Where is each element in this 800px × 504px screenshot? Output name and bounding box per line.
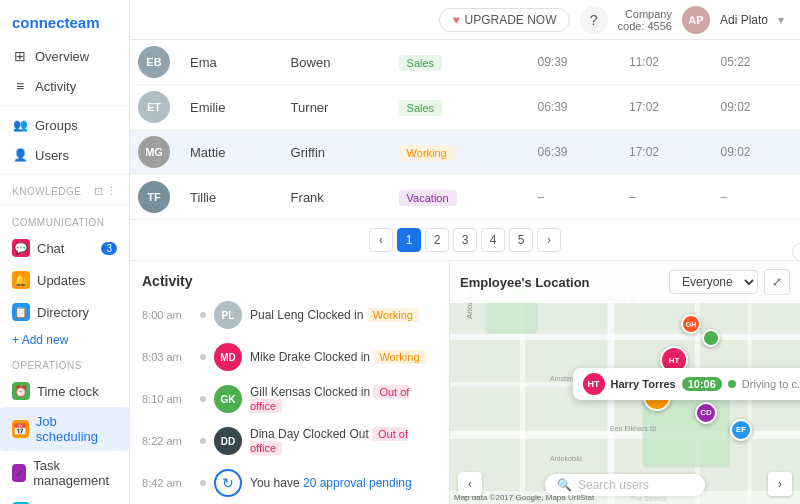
activity-time: 8:10 am	[142, 393, 192, 405]
page-3[interactable]: 3	[453, 228, 477, 252]
activity-text: Mike Drake Clocked in Working	[250, 350, 426, 364]
activity-text: You have 20 approval pending	[250, 476, 412, 490]
activity-avatar: PL	[214, 301, 242, 329]
pending-link[interactable]: 20 approval pending	[303, 476, 412, 490]
row-avatar: EB	[138, 46, 170, 78]
activity-text: Pual Leng Clocked in Working	[250, 308, 419, 322]
callout-name: Harry Torres	[611, 378, 676, 390]
job-scheduling-icon: 📅	[12, 420, 29, 438]
sidebar-item-label: Groups	[35, 118, 78, 133]
sidebar-item-label: Activity	[35, 79, 76, 94]
sidebar-item-workflows[interactable]: ⚡ Workflows	[0, 495, 129, 504]
activity-title: Activity	[142, 273, 437, 289]
map-nav-right-button[interactable]: ›	[768, 472, 792, 496]
map-controls: Everyone My Team ⤢	[669, 269, 790, 295]
page-prev[interactable]: ‹	[369, 228, 393, 252]
page-1[interactable]: 1	[397, 228, 421, 252]
updates-icon: 🔔	[12, 271, 30, 289]
task-management-icon: ✓	[12, 464, 26, 482]
chat-badge: 3	[101, 242, 117, 255]
activity-item: 8:00 am PL Pual Leng Clocked in Working	[142, 301, 437, 329]
activity-status: Working	[367, 308, 419, 322]
upgrade-label: UPGRADE NOW	[465, 13, 557, 27]
row-time3: 09:02	[708, 85, 800, 130]
table-row[interactable]: EB Ema Bowen Sales 09:39 11:02 05:22	[130, 40, 800, 85]
row-first-name: Ema	[178, 40, 279, 85]
activity-avatar: DD	[214, 427, 242, 455]
row-time2: –	[617, 175, 709, 220]
activity-panel: Activity 8:00 am PL Pual Leng Clocked in…	[130, 261, 450, 504]
map-callout[interactable]: HT Harry Torres 10:06 Driving to c... ›	[573, 368, 801, 400]
sidebar-item-updates[interactable]: 🔔 Updates	[0, 264, 129, 296]
activity-time: 8:00 am	[142, 309, 192, 321]
sidebar-item-label: Job scheduling	[36, 414, 117, 444]
sidebar-item-overview[interactable]: ⊞ Overview	[0, 41, 129, 71]
row-first-name: Emilie	[178, 85, 279, 130]
table-row[interactable]: MG Mattie Griffin Working 06:39 17:02 09…	[130, 130, 800, 175]
company-label: Company	[625, 8, 672, 20]
row-last-name: Griffin	[279, 130, 387, 175]
operations-section-label: Operations	[0, 352, 129, 375]
row-status: Working	[387, 130, 526, 175]
sidebar-item-users[interactable]: 👤 Users	[0, 140, 129, 170]
map-pin-4[interactable]: CD	[695, 402, 717, 424]
user-avatar[interactable]: AP	[682, 6, 710, 34]
upgrade-button[interactable]: ♥ UPGRADE NOW	[439, 8, 569, 32]
search-icon: 🔍	[557, 478, 572, 492]
sidebar-item-task-management[interactable]: ✓ Task management	[0, 451, 129, 495]
row-last-name: Turner	[279, 85, 387, 130]
map-header: Employee's Location Everyone My Team ⤢	[450, 261, 800, 303]
chat-icon: 💬	[12, 239, 30, 257]
table-row[interactable]: ET Emilie Turner Sales 06:39 17:02 09:02	[130, 85, 800, 130]
map-pin-2[interactable]	[702, 329, 720, 347]
activity-status: Working	[373, 350, 425, 364]
header: ♥ UPGRADE NOW ? Company code: 4556 AP Ad…	[130, 0, 800, 40]
svg-text:Antokolski: Antokolski	[550, 455, 582, 462]
page-5[interactable]: 5	[509, 228, 533, 252]
sidebar-item-job-scheduling[interactable]: 📅 Job scheduling	[0, 407, 129, 451]
table-row[interactable]: TF Tillie Frank Vacation – – –	[130, 175, 800, 220]
row-first-name: Mattie	[178, 130, 279, 175]
groups-icon: 👥	[12, 117, 28, 133]
map-filter-select[interactable]: Everyone My Team	[669, 270, 758, 294]
activity-status: Out of office	[250, 385, 409, 413]
sidebar-item-groups[interactable]: 👥 Groups	[0, 110, 129, 140]
activity-time: 8:03 am	[142, 351, 192, 363]
add-new-communication[interactable]: + Add new	[0, 328, 129, 352]
help-button[interactable]: ?	[580, 6, 608, 34]
user-name: Adi Plato	[720, 13, 768, 27]
row-time2: 17:02	[617, 85, 709, 130]
row-time1: 09:39	[525, 40, 617, 85]
sidebar-item-activity[interactable]: ≡ Activity	[0, 71, 129, 101]
sidebar-item-directory[interactable]: 📋 Directory	[0, 296, 129, 328]
sidebar-item-time-clock[interactable]: ⏰ Time clock	[0, 375, 129, 407]
row-time2: 11:02	[617, 40, 709, 85]
activity-item: 8:10 am GK Gill Kensas Clocked in Out of…	[142, 385, 437, 413]
map-nav-left-button[interactable]: ‹	[458, 472, 482, 496]
page-2[interactable]: 2	[425, 228, 449, 252]
map-pin-5[interactable]: EF	[730, 419, 752, 441]
pagination: ‹ 1 2 3 4 5 ›	[130, 220, 800, 261]
communication-section-label: Communication	[0, 209, 129, 232]
page-next[interactable]: ›	[537, 228, 561, 252]
heart-icon: ♥	[452, 13, 459, 27]
map-nav-right: ›	[768, 472, 792, 496]
sidebar-item-label: Users	[35, 148, 69, 163]
map-expand-button[interactable]: ⤢	[764, 269, 790, 295]
app-logo: connecteam	[12, 14, 100, 31]
activity-time: 8:22 am	[142, 435, 192, 447]
employees-table: EB Ema Bowen Sales 09:39 11:02 05:22 ET …	[130, 40, 800, 220]
activity-text: Dina Day Clocked Out Out of office	[250, 427, 437, 455]
knowledge-icons[interactable]: ⊡ ⋮	[94, 185, 117, 198]
sidebar-item-label: Chat	[37, 241, 64, 256]
sidebar-item-chat[interactable]: 💬 Chat 3	[0, 232, 129, 264]
row-avatar: ET	[138, 91, 170, 123]
row-status: Vacation	[387, 175, 526, 220]
activity-dot	[200, 312, 206, 318]
page-4[interactable]: 4	[481, 228, 505, 252]
user-dropdown-icon[interactable]: ▾	[778, 13, 784, 27]
activity-dot	[200, 396, 206, 402]
row-time1: –	[525, 175, 617, 220]
activity-avatar: MD	[214, 343, 242, 371]
main-content: ♥ UPGRADE NOW ? Company code: 4556 AP Ad…	[130, 0, 800, 504]
